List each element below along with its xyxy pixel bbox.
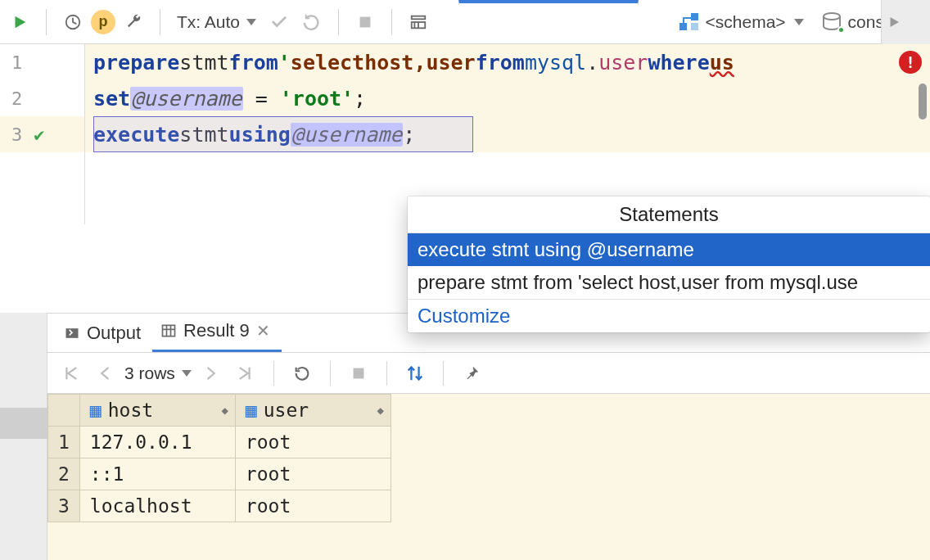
sort-icon[interactable]: ◆ xyxy=(377,404,383,417)
popup-title: Statements xyxy=(408,196,930,233)
play-overflow-icon[interactable] xyxy=(887,15,901,29)
error-indicator-icon[interactable]: ! xyxy=(899,51,922,74)
tab-result[interactable]: Result 9 ✕ xyxy=(152,314,282,352)
active-tab-indicator xyxy=(458,0,639,5)
statement-ok-icon: ✔ xyxy=(34,124,44,145)
tok: ; xyxy=(403,123,415,147)
result-table: ▦host ◆ ▦user ◆ 1 127.0.0.1 root 2 ::1 r… xyxy=(47,394,391,522)
tok: stmt xyxy=(179,123,228,147)
code-line[interactable]: set @username = 'root'; xyxy=(85,80,930,116)
svg-rect-7 xyxy=(691,13,698,20)
explain-plan-button[interactable] xyxy=(404,7,433,37)
column-header-user[interactable]: ▦user ◆ xyxy=(235,395,391,427)
close-icon[interactable]: ✕ xyxy=(256,321,270,341)
schema-label: <schema> xyxy=(706,12,786,32)
table-row[interactable]: 1 127.0.0.1 root xyxy=(48,427,391,458)
run-button[interactable] xyxy=(5,7,34,37)
gutter-line[interactable]: 1 xyxy=(0,44,84,80)
table-row[interactable]: 2 ::1 root xyxy=(48,458,391,490)
statements-popup: Statements execute stmt using @username … xyxy=(408,196,930,332)
compare-button[interactable] xyxy=(400,359,430,388)
tok: host xyxy=(364,51,413,75)
next-page-button[interactable] xyxy=(196,359,226,388)
svg-rect-2 xyxy=(412,16,426,19)
tok: from xyxy=(229,51,278,75)
row-number: 3 xyxy=(48,490,80,522)
schema-icon xyxy=(679,13,701,31)
svg-rect-1 xyxy=(360,16,371,27)
tok: us xyxy=(710,51,734,75)
tool-window-stripe-mark[interactable] xyxy=(0,408,47,439)
gutter-line[interactable]: 2 xyxy=(0,80,84,116)
table-icon xyxy=(160,323,177,339)
result-grid[interactable]: ▦host ◆ ▦user ◆ 1 127.0.0.1 root 2 ::1 r… xyxy=(47,394,930,560)
tok: stmt xyxy=(179,51,228,75)
right-toolbar-overflow xyxy=(881,0,930,44)
cell-user[interactable]: root xyxy=(235,427,391,458)
tok: select xyxy=(291,51,364,75)
line-number: 3 xyxy=(11,124,22,145)
last-page-button[interactable] xyxy=(231,359,260,388)
chevron-down-icon xyxy=(246,19,256,25)
tok: using xyxy=(229,123,291,147)
table-header-row: ▦host ◆ ▦user ◆ xyxy=(48,395,391,427)
chevron-down-icon xyxy=(182,370,192,377)
tok: user xyxy=(598,51,648,75)
output-icon xyxy=(64,325,80,341)
corner-cell[interactable] xyxy=(48,395,80,427)
svg-rect-8 xyxy=(691,23,698,30)
tok: , xyxy=(413,51,426,75)
tx-mode-dropdown[interactable]: Tx: Auto xyxy=(172,12,261,32)
tok: @username xyxy=(291,123,403,147)
popup-customize-link[interactable]: Customize xyxy=(408,299,930,332)
editor-gutter: 1 2 3 ✔ xyxy=(0,44,85,224)
stop-button[interactable] xyxy=(350,7,380,37)
scrollbar-thumb[interactable] xyxy=(919,84,927,120)
row-number: 2 xyxy=(48,458,80,490)
cell-user[interactable]: root xyxy=(235,458,391,490)
playground-badge[interactable]: p xyxy=(91,10,115,34)
cell-host[interactable]: localhost xyxy=(79,490,235,522)
line-number: 2 xyxy=(11,88,22,109)
settings-wrench-button[interactable] xyxy=(119,7,148,37)
tok: from xyxy=(476,51,525,75)
separator xyxy=(443,361,444,386)
column-icon: ▦ xyxy=(90,400,102,421)
tok: user xyxy=(426,51,475,75)
sort-icon[interactable]: ◆ xyxy=(221,404,228,417)
cancel-query-button[interactable] xyxy=(344,359,373,388)
tok: mysql xyxy=(525,51,586,75)
tok: @username xyxy=(130,87,242,111)
prev-page-button[interactable] xyxy=(90,359,120,388)
code-line[interactable]: execute stmt using @username; xyxy=(85,116,930,152)
popup-item[interactable]: prepare stmt from 'select host,user from… xyxy=(408,266,930,299)
history-button[interactable] xyxy=(58,7,88,37)
schema-picker[interactable]: <schema> xyxy=(679,12,804,32)
separator xyxy=(273,361,274,386)
line-number: 1 xyxy=(11,52,22,73)
pin-button[interactable] xyxy=(457,359,486,388)
gutter-line[interactable]: 3 ✔ xyxy=(0,116,84,152)
reload-button[interactable] xyxy=(287,359,317,388)
tok: execute xyxy=(93,123,179,147)
separator xyxy=(386,361,387,386)
rollback-button[interactable] xyxy=(297,7,327,37)
table-row[interactable]: 3 localhost root xyxy=(48,490,391,522)
column-header-host[interactable]: ▦host ◆ xyxy=(79,395,235,427)
tok: prepare xyxy=(93,51,179,75)
tab-output[interactable]: Output xyxy=(56,316,152,352)
rows-dropdown[interactable]: 3 rows xyxy=(124,364,192,383)
commit-button[interactable] xyxy=(264,7,294,37)
console-icon xyxy=(822,12,843,32)
rows-label: 3 rows xyxy=(124,364,175,383)
cell-host[interactable]: 127.0.0.1 xyxy=(79,427,235,458)
cell-user[interactable]: root xyxy=(235,490,391,522)
separator xyxy=(46,9,47,35)
cell-host[interactable]: ::1 xyxy=(79,458,235,490)
svg-rect-6 xyxy=(679,23,687,30)
code-line[interactable]: prepare stmt from 'select host,user from… xyxy=(85,44,930,80)
row-number: 1 xyxy=(48,427,80,458)
column-icon: ▦ xyxy=(246,400,257,421)
first-page-button[interactable] xyxy=(56,359,85,388)
popup-item[interactable]: execute stmt using @username xyxy=(408,233,930,266)
